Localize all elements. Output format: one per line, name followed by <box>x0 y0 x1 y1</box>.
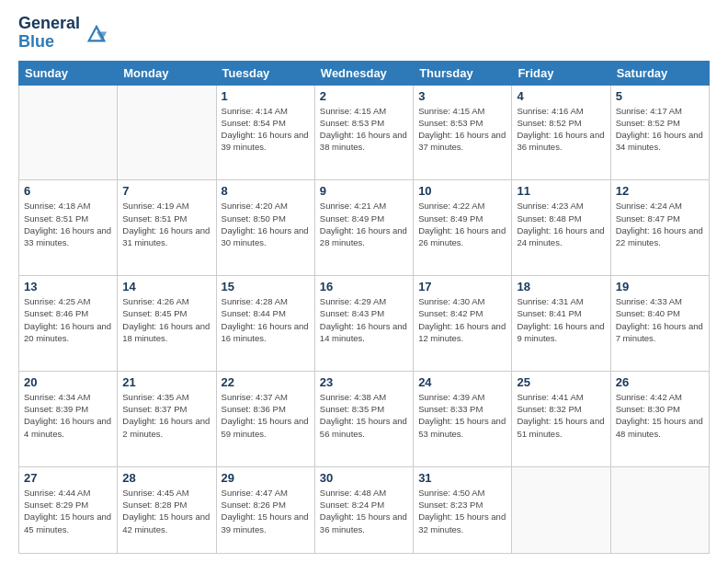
day-number: 18 <box>517 280 605 293</box>
calendar-week-row: 20Sunrise: 4:34 AMSunset: 8:39 PMDayligh… <box>19 371 710 466</box>
day-number: 12 <box>616 184 704 198</box>
day-detail: Sunrise: 4:37 AMSunset: 8:36 PMDaylight:… <box>222 391 310 440</box>
calendar-cell: 23Sunrise: 4:38 AMSunset: 8:35 PMDayligh… <box>314 371 413 466</box>
day-number: 26 <box>616 375 704 389</box>
weekday-header-wednesday: Wednesday <box>314 61 413 85</box>
calendar-table: SundayMondayTuesdayWednesdayThursdayFrid… <box>18 61 710 554</box>
header: GeneralBlue <box>18 15 710 52</box>
calendar-cell: 20Sunrise: 4:34 AMSunset: 8:39 PMDayligh… <box>19 371 118 466</box>
day-number: 19 <box>616 280 704 293</box>
day-number: 14 <box>122 280 210 293</box>
day-detail: Sunrise: 4:17 AMSunset: 8:52 PMDaylight:… <box>616 105 704 154</box>
day-detail: Sunrise: 4:24 AMSunset: 8:47 PMDaylight:… <box>616 200 704 248</box>
day-number: 20 <box>24 375 112 389</box>
day-number: 2 <box>320 89 408 103</box>
calendar-cell: 26Sunrise: 4:42 AMSunset: 8:30 PMDayligh… <box>610 371 709 466</box>
day-detail: Sunrise: 4:15 AMSunset: 8:53 PMDaylight:… <box>418 105 506 154</box>
day-detail: Sunrise: 4:45 AMSunset: 8:28 PMDaylight:… <box>122 487 210 535</box>
day-detail: Sunrise: 4:29 AMSunset: 8:43 PMDaylight:… <box>320 295 408 344</box>
day-number: 25 <box>517 375 605 389</box>
page: GeneralBlue SundayMondayTuesdayWednesday… <box>0 0 728 563</box>
calendar-cell: 25Sunrise: 4:41 AMSunset: 8:32 PMDayligh… <box>512 371 610 466</box>
day-number: 15 <box>222 280 310 293</box>
day-number: 30 <box>320 471 408 485</box>
day-detail: Sunrise: 4:22 AMSunset: 8:49 PMDaylight:… <box>418 200 506 248</box>
calendar-cell: 21Sunrise: 4:35 AMSunset: 8:37 PMDayligh… <box>118 371 216 466</box>
day-detail: Sunrise: 4:50 AMSunset: 8:23 PMDaylight:… <box>418 487 506 535</box>
day-number: 24 <box>418 375 506 389</box>
day-number: 27 <box>24 471 112 485</box>
calendar-cell <box>512 466 610 553</box>
calendar-week-row: 6Sunrise: 4:18 AMSunset: 8:51 PMDaylight… <box>19 180 710 276</box>
calendar-cell: 7Sunrise: 4:19 AMSunset: 8:51 PMDaylight… <box>118 180 216 276</box>
day-detail: Sunrise: 4:30 AMSunset: 8:42 PMDaylight:… <box>418 295 506 344</box>
calendar-cell: 15Sunrise: 4:28 AMSunset: 8:44 PMDayligh… <box>216 276 314 372</box>
calendar-cell: 19Sunrise: 4:33 AMSunset: 8:40 PMDayligh… <box>610 276 709 372</box>
calendar-cell: 18Sunrise: 4:31 AMSunset: 8:41 PMDayligh… <box>512 276 610 372</box>
day-detail: Sunrise: 4:20 AMSunset: 8:50 PMDaylight:… <box>222 200 310 248</box>
calendar-week-row: 13Sunrise: 4:25 AMSunset: 8:46 PMDayligh… <box>19 276 710 372</box>
day-detail: Sunrise: 4:47 AMSunset: 8:26 PMDaylight:… <box>222 487 310 535</box>
day-detail: Sunrise: 4:16 AMSunset: 8:52 PMDaylight:… <box>517 105 605 154</box>
day-number: 3 <box>418 89 506 103</box>
day-detail: Sunrise: 4:28 AMSunset: 8:44 PMDaylight:… <box>222 295 310 344</box>
day-detail: Sunrise: 4:42 AMSunset: 8:30 PMDaylight:… <box>616 391 704 440</box>
day-detail: Sunrise: 4:38 AMSunset: 8:35 PMDaylight:… <box>320 391 408 440</box>
day-detail: Sunrise: 4:48 AMSunset: 8:24 PMDaylight:… <box>320 487 408 535</box>
day-detail: Sunrise: 4:25 AMSunset: 8:46 PMDaylight:… <box>24 295 112 344</box>
weekday-header-tuesday: Tuesday <box>216 61 314 85</box>
day-detail: Sunrise: 4:15 AMSunset: 8:53 PMDaylight:… <box>320 105 408 154</box>
day-number: 11 <box>517 184 605 198</box>
logo: GeneralBlue <box>18 15 109 52</box>
logo-text: GeneralBlue <box>18 15 80 52</box>
day-detail: Sunrise: 4:33 AMSunset: 8:40 PMDaylight:… <box>616 295 704 344</box>
day-detail: Sunrise: 4:23 AMSunset: 8:48 PMDaylight:… <box>517 200 605 248</box>
calendar-cell: 6Sunrise: 4:18 AMSunset: 8:51 PMDaylight… <box>19 180 118 276</box>
day-number: 16 <box>320 280 408 293</box>
day-detail: Sunrise: 4:41 AMSunset: 8:32 PMDaylight:… <box>517 391 605 440</box>
calendar-cell: 16Sunrise: 4:29 AMSunset: 8:43 PMDayligh… <box>314 276 413 372</box>
day-number: 7 <box>122 184 210 198</box>
logo-icon <box>84 20 109 46</box>
weekday-header-friday: Friday <box>512 61 610 85</box>
calendar-week-row: 1Sunrise: 4:14 AMSunset: 8:54 PMDaylight… <box>19 85 710 180</box>
day-number: 21 <box>122 375 210 389</box>
day-number: 6 <box>24 184 112 198</box>
calendar-cell: 13Sunrise: 4:25 AMSunset: 8:46 PMDayligh… <box>19 276 118 372</box>
calendar-cell: 10Sunrise: 4:22 AMSunset: 8:49 PMDayligh… <box>414 180 512 276</box>
calendar-cell: 24Sunrise: 4:39 AMSunset: 8:33 PMDayligh… <box>414 371 512 466</box>
day-detail: Sunrise: 4:39 AMSunset: 8:33 PMDaylight:… <box>418 391 506 440</box>
day-number: 5 <box>616 89 704 103</box>
calendar-cell: 8Sunrise: 4:20 AMSunset: 8:50 PMDaylight… <box>216 180 314 276</box>
day-detail: Sunrise: 4:34 AMSunset: 8:39 PMDaylight:… <box>24 391 112 440</box>
day-number: 4 <box>517 89 605 103</box>
day-number: 29 <box>222 471 310 485</box>
calendar-cell: 9Sunrise: 4:21 AMSunset: 8:49 PMDaylight… <box>314 180 413 276</box>
calendar-cell: 30Sunrise: 4:48 AMSunset: 8:24 PMDayligh… <box>314 466 413 553</box>
calendar-cell: 27Sunrise: 4:44 AMSunset: 8:29 PMDayligh… <box>19 466 118 553</box>
calendar-cell <box>19 85 118 180</box>
day-number: 13 <box>24 280 112 293</box>
day-number: 8 <box>222 184 310 198</box>
day-number: 31 <box>418 471 506 485</box>
calendar-cell: 1Sunrise: 4:14 AMSunset: 8:54 PMDaylight… <box>216 85 314 180</box>
calendar-cell: 3Sunrise: 4:15 AMSunset: 8:53 PMDaylight… <box>414 85 512 180</box>
day-detail: Sunrise: 4:19 AMSunset: 8:51 PMDaylight:… <box>122 200 210 248</box>
day-number: 28 <box>122 471 210 485</box>
day-detail: Sunrise: 4:44 AMSunset: 8:29 PMDaylight:… <box>24 487 112 535</box>
calendar-cell: 12Sunrise: 4:24 AMSunset: 8:47 PMDayligh… <box>610 180 709 276</box>
weekday-header-monday: Monday <box>118 61 216 85</box>
day-number: 9 <box>320 184 408 198</box>
weekday-header-sunday: Sunday <box>19 61 118 85</box>
day-detail: Sunrise: 4:31 AMSunset: 8:41 PMDaylight:… <box>517 295 605 344</box>
day-number: 22 <box>222 375 310 389</box>
calendar-cell: 28Sunrise: 4:45 AMSunset: 8:28 PMDayligh… <box>118 466 216 553</box>
day-number: 10 <box>418 184 506 198</box>
calendar-cell: 11Sunrise: 4:23 AMSunset: 8:48 PMDayligh… <box>512 180 610 276</box>
calendar-cell: 5Sunrise: 4:17 AMSunset: 8:52 PMDaylight… <box>610 85 709 180</box>
svg-marker-1 <box>97 31 107 40</box>
calendar-cell: 2Sunrise: 4:15 AMSunset: 8:53 PMDaylight… <box>314 85 413 180</box>
calendar-cell: 17Sunrise: 4:30 AMSunset: 8:42 PMDayligh… <box>414 276 512 372</box>
day-detail: Sunrise: 4:14 AMSunset: 8:54 PMDaylight:… <box>222 105 310 154</box>
calendar-cell: 31Sunrise: 4:50 AMSunset: 8:23 PMDayligh… <box>414 466 512 553</box>
